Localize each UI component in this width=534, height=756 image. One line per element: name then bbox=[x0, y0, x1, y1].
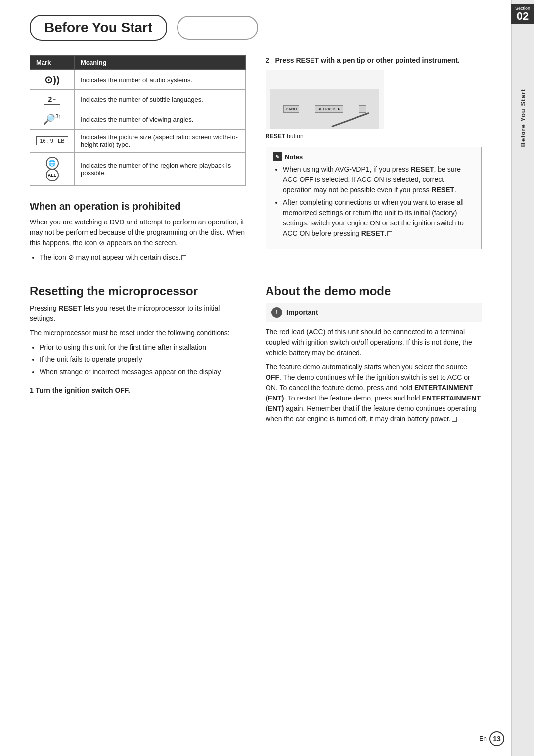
mark-table: Mark Meaning ⊙))Indicates the number of … bbox=[30, 55, 246, 186]
page: Section 02 Before You Start Before You S… bbox=[0, 0, 534, 756]
title-container: Before You Start bbox=[30, 15, 482, 41]
resetting-heading: Resetting the microprocessor bbox=[30, 284, 246, 298]
track-btn: ◄ TRACK ► bbox=[315, 105, 343, 113]
demo-heading: About the demo mode bbox=[266, 284, 482, 298]
resetting-list: Prior to using this unit for the first t… bbox=[40, 342, 246, 377]
important-box: ! Important bbox=[266, 303, 482, 322]
table-row: 🌐ALLIndicates the number of the region w… bbox=[30, 153, 246, 186]
col-meaning-header: Meaning bbox=[75, 56, 246, 70]
section-num: 02 bbox=[512, 11, 533, 22]
page-number: 13 bbox=[490, 731, 504, 746]
demo-body2: The feature demo automatically starts wh… bbox=[266, 362, 482, 424]
meaning-cell: Indicates the number of subtitle languag… bbox=[75, 90, 246, 109]
important-label: Important bbox=[286, 309, 318, 316]
main-content: Before You Start Mark Meaning ⊙))Indicat… bbox=[0, 0, 511, 756]
notes-bullet1: When using with AVG-VDP1, if you press R… bbox=[283, 164, 474, 195]
col-mark-header: Mark bbox=[30, 56, 75, 70]
notes-title: ✎ Notes bbox=[273, 152, 474, 161]
mark-cell: ⊙)) bbox=[30, 70, 75, 90]
notes-list: When using with AVG-VDP1, if you press R… bbox=[283, 164, 474, 239]
title-blank bbox=[177, 16, 258, 40]
reset-button-label: RESET button bbox=[266, 133, 482, 140]
meaning-cell: Indicates the number of viewing angles. bbox=[75, 109, 246, 130]
bottom-section: Resetting the microprocessor Pressing RE… bbox=[30, 272, 482, 428]
bottom-right: About the demo mode ! Important The red … bbox=[266, 272, 482, 428]
notes-bullet2: After completing connections or when you… bbox=[283, 197, 474, 239]
lang-label: En bbox=[479, 735, 487, 742]
top-section: Mark Meaning ⊙))Indicates the number of … bbox=[30, 55, 482, 267]
table-row: ⊙))Indicates the number of audio systems… bbox=[30, 70, 246, 90]
step1-heading: 1 Turn the ignition switch OFF. bbox=[30, 385, 246, 396]
demo-body1: The red lead (ACC) of this unit should b… bbox=[266, 327, 482, 358]
prohibited-bullet1: The icon ⊘ may not appear with certain d… bbox=[40, 252, 246, 263]
meaning-cell: Indicates the picture size (aspect ratio… bbox=[75, 130, 246, 153]
notes-icon: ✎ bbox=[273, 152, 282, 161]
mark-cell: 🌐ALL bbox=[30, 153, 75, 186]
resetting-body1: Pressing RESET lets you reset the microp… bbox=[30, 303, 246, 324]
minus-btn: − bbox=[359, 105, 366, 113]
notes-label: Notes bbox=[285, 153, 303, 161]
prohibited-body1: When you are watching a DVD and attempt … bbox=[30, 217, 246, 248]
side-tab-label: Before You Start bbox=[519, 89, 527, 147]
device-image: BAND ◄ TRACK ► − bbox=[266, 70, 384, 129]
mark-cell: 🔎3↑ bbox=[30, 109, 75, 130]
resetting-bullet3: When strange or incorrect messages appea… bbox=[40, 367, 246, 377]
mark-cell: 2···· bbox=[30, 90, 75, 109]
notes-box: ✎ Notes When using with AVG-VDP1, if you… bbox=[266, 147, 482, 249]
col-right-top: 2 Press RESET with a pen tip or other po… bbox=[266, 55, 482, 267]
prohibited-list: The icon ⊘ may not appear with certain d… bbox=[40, 252, 246, 263]
page-title: Before You Start bbox=[30, 15, 167, 41]
meaning-cell: Indicates the number of audio systems. bbox=[75, 70, 246, 90]
section-number-box: Section 02 bbox=[511, 4, 534, 24]
mark-cell: 16 : 9 LB bbox=[30, 130, 75, 153]
resetting-bullet1: Prior to using this unit for the first t… bbox=[40, 342, 246, 353]
meaning-cell: Indicates the number of the region where… bbox=[75, 153, 246, 186]
resetting-bullet2: If the unit fails to operate properly bbox=[40, 355, 246, 365]
resetting-body2: The microprocessor must be reset under t… bbox=[30, 328, 246, 338]
table-row: 16 : 9 LBIndicates the picture size (asp… bbox=[30, 130, 246, 153]
press-reset-heading: 2 Press RESET with a pen tip or other po… bbox=[266, 55, 482, 66]
bottom-left: Resetting the microprocessor Pressing RE… bbox=[30, 272, 246, 428]
col-left-top: Mark Meaning ⊙))Indicates the number of … bbox=[30, 55, 246, 267]
important-icon: ! bbox=[271, 307, 282, 318]
device-image-inner: BAND ◄ TRACK ► − bbox=[270, 89, 379, 129]
page-number-area: En 13 bbox=[479, 731, 504, 746]
prohibited-heading: When an operation is prohibited bbox=[30, 201, 246, 212]
table-row: 2····Indicates the number of subtitle la… bbox=[30, 90, 246, 109]
side-tab: Section 02 Before You Start bbox=[511, 0, 534, 756]
table-row: 🔎3↑Indicates the number of viewing angle… bbox=[30, 109, 246, 130]
band-btn: BAND bbox=[283, 105, 299, 113]
